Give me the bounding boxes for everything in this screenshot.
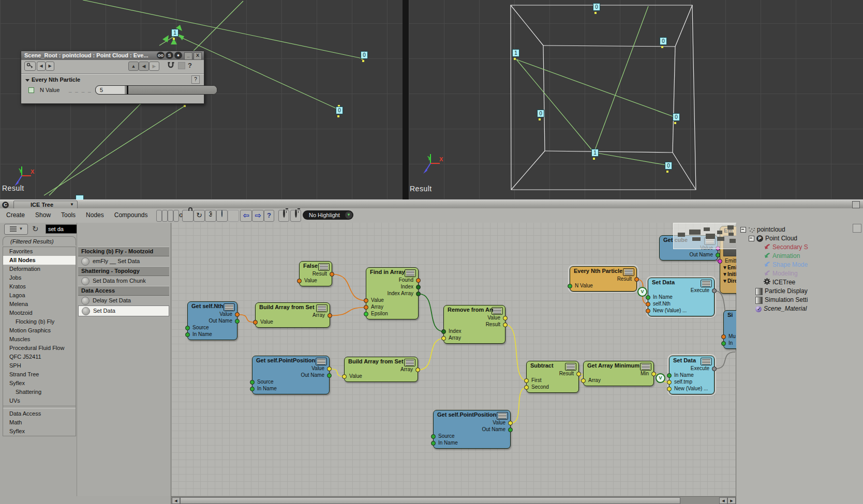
sidebar-item-data-access[interactable]: Data Access — [3, 409, 76, 418]
layers-icon[interactable] — [178, 62, 185, 69]
expand-icon[interactable] — [740, 227, 746, 233]
port-out-name[interactable] — [235, 319, 240, 324]
port-array[interactable] — [328, 313, 332, 318]
menu-nodes[interactable]: Nodes — [81, 208, 109, 219]
port-array[interactable] — [415, 368, 420, 372]
explorer-item-simulation-setti[interactable]: Simulation Setti — [740, 296, 861, 304]
node-menu-icon[interactable] — [565, 363, 576, 371]
refresh-icon[interactable]: ↻ — [194, 210, 205, 222]
sidebar-item-favorites[interactable]: Favorites — [3, 247, 76, 256]
port-in-name[interactable] — [185, 332, 190, 337]
sidebar-item-melena[interactable]: Melena — [3, 300, 76, 309]
explorer-item-icetree[interactable]: ICETree — [740, 278, 861, 287]
restore-window-icon[interactable] — [852, 201, 860, 208]
port-new-value-...[interactable] — [646, 309, 650, 313]
dock-handle-2[interactable] — [162, 210, 168, 222]
expand-icon[interactable] — [749, 236, 754, 241]
port-value[interactable] — [297, 279, 302, 283]
port-out-name[interactable] — [508, 427, 513, 432]
node-false[interactable]: FalseResultValue — [299, 261, 332, 286]
highlight-dropdown[interactable]: No Highlight ▼ — [303, 210, 353, 220]
node-menu-icon[interactable] — [640, 363, 651, 371]
canvas-hscrollbar[interactable]: ◀ ◀ ▶ — [171, 496, 737, 504]
explorer-item-shape-mode[interactable]: Shape Mode — [740, 261, 861, 269]
menu-compounds[interactable]: Compounds — [109, 208, 153, 219]
sidebar-item-flocking-b-fly[interactable]: Flocking (b) Fly — [3, 317, 76, 326]
node-remove-from-array[interactable]: Remove from ArrayValueResultIndexArray — [443, 305, 505, 344]
result-item-set-data-from-chunk[interactable]: Set Data from Chunk — [78, 276, 169, 286]
animation-divot[interactable] — [28, 87, 34, 93]
port-index-array[interactable] — [416, 292, 421, 296]
port-array[interactable] — [364, 305, 368, 310]
viewport-divider[interactable] — [403, 0, 409, 200]
sidebar-item-strand-tree[interactable]: Strand Tree — [3, 370, 76, 379]
n-value-slider[interactable]: 5 — [95, 85, 217, 95]
port-n-value[interactable] — [568, 284, 572, 288]
node-menu-icon[interactable] — [224, 303, 235, 311]
lock-icon[interactable] — [182, 210, 194, 222]
dock-handle-1[interactable] — [156, 210, 162, 222]
port-out-name[interactable] — [327, 373, 332, 378]
slider-track[interactable] — [128, 86, 217, 94]
sidebar-item-sph[interactable]: SPH — [3, 361, 76, 370]
scroll-left-icon[interactable]: ◀ — [172, 497, 180, 504]
magnet-icon[interactable] — [167, 61, 175, 70]
port-in-name[interactable] — [667, 373, 672, 378]
explorer-item-pointcloud[interactable]: pointcloud — [740, 225, 861, 234]
list-mode-dropdown[interactable]: ▼ — [4, 224, 28, 235]
sidebar-item-lagoa[interactable]: Lagoa — [3, 291, 76, 300]
recycle-icon[interactable]: oo — [157, 52, 165, 59]
sidebar-item-motion-graphics[interactable]: Motion Graphics — [3, 326, 76, 335]
port-result[interactable] — [576, 372, 581, 376]
node-menu-icon[interactable] — [316, 304, 328, 312]
port-array[interactable] — [441, 336, 446, 341]
sidebar-item-syflex[interactable]: Syflex — [3, 379, 76, 388]
sidebar-item-all-nodes[interactable]: All Nodes — [3, 256, 76, 265]
sidebar-item-muscles[interactable]: Muscles — [3, 335, 76, 344]
sidebar-item-kratos[interactable]: Kratos — [3, 282, 76, 291]
port-value[interactable] — [342, 374, 347, 379]
port-mu[interactable] — [721, 334, 726, 339]
result-item-set-data[interactable]: Set Data — [78, 306, 169, 316]
explorer-item-animation[interactable]: Animation — [740, 252, 861, 261]
minimize-button[interactable]: _ — [184, 52, 192, 60]
keyframe-icon[interactable] — [24, 62, 36, 71]
close-button[interactable]: X — [194, 52, 202, 60]
explorer-item-modeling[interactable]: Modeling — [740, 269, 861, 278]
port-in-name[interactable] — [646, 295, 650, 300]
port-found[interactable] — [416, 278, 421, 283]
sidebar-item-deformation[interactable]: Deformation — [3, 265, 76, 273]
port-value[interactable] — [503, 316, 508, 320]
port-result[interactable] — [634, 277, 639, 282]
node-get-self-pointposition[interactable]: Get self.PointPositionValueOut NameSourc… — [252, 356, 330, 394]
port-source[interactable] — [250, 380, 255, 385]
sidebar-item-procedural-fluid-flow[interactable]: Procedural Fluid Flow — [3, 344, 76, 353]
scrollbar-thumb[interactable] — [180, 497, 680, 504]
slider-handle[interactable] — [127, 86, 128, 94]
node-menu-icon[interactable] — [497, 412, 508, 420]
sidebar-item-syflex[interactable]: Syflex — [3, 427, 76, 436]
port-self.tmp[interactable] — [667, 380, 672, 385]
node-build-array-from-set[interactable]: Build Array from SetArrayValue — [255, 302, 330, 328]
explorer-item-point-cloud[interactable]: PPoint Cloud — [740, 234, 861, 243]
result-item-emfly-set-data[interactable]: emFly __ Set Data — [78, 256, 169, 266]
nav-forward-icon[interactable]: ⇨ — [252, 210, 264, 222]
node-menu-icon[interactable] — [316, 358, 327, 365]
port-value[interactable] — [235, 312, 240, 317]
port-value[interactable] — [508, 421, 513, 425]
viewport-right[interactable]: Y X Result 0100010 — [409, 0, 863, 200]
node-find-in-array[interactable]: Find in ArrayFoundIndexIndex ArrayValueA… — [366, 267, 419, 319]
port-self.nth[interactable] — [646, 302, 650, 307]
port-epsilon[interactable] — [364, 312, 368, 316]
globe-icon[interactable] — [216, 210, 228, 222]
menu-create[interactable]: Create — [1, 208, 30, 219]
n-value-field[interactable]: 5 — [96, 86, 125, 94]
view-selector-dropdown[interactable]: ICE Tree ▼ — [13, 201, 78, 209]
sidebar-item-shattering[interactable]: Shattering — [3, 388, 76, 396]
node-set-data[interactable]: Set DataExecuteIn Nameself.tmpNew (Value… — [669, 356, 715, 394]
node-build-array-from-set[interactable]: Build Array from SetArrayValue — [344, 357, 418, 382]
window-logo-icon[interactable]: C — [2, 202, 9, 208]
node-menu-icon[interactable] — [623, 268, 634, 276]
node-set-data[interactable]: Set DataExecuteIn Nameself.NthNew (Value… — [648, 278, 715, 316]
compound-c-icon[interactable]: C — [205, 210, 216, 222]
